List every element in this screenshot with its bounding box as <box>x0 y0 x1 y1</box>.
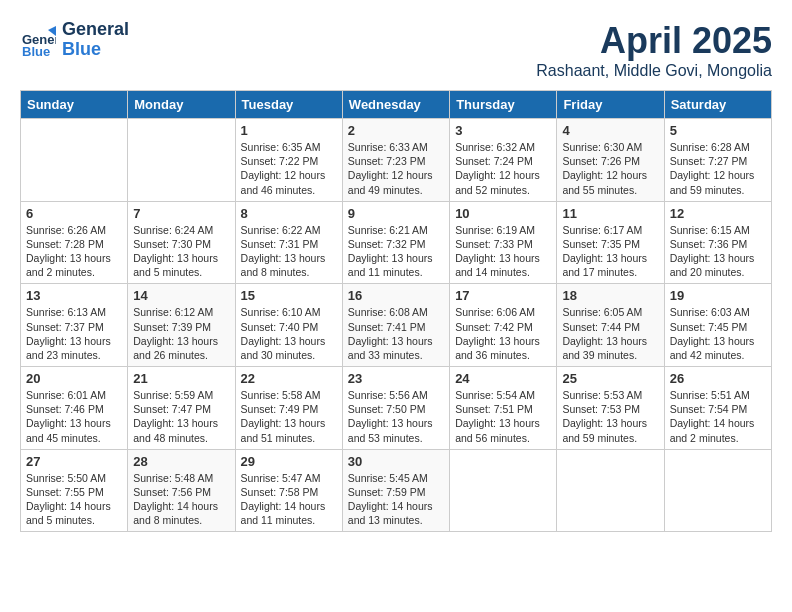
calendar-day-cell: 1Sunrise: 6:35 AM Sunset: 7:22 PM Daylig… <box>235 119 342 202</box>
calendar-day-cell: 12Sunrise: 6:15 AM Sunset: 7:36 PM Dayli… <box>664 201 771 284</box>
day-info: Sunrise: 5:50 AM Sunset: 7:55 PM Dayligh… <box>26 471 122 528</box>
calendar-day-cell: 18Sunrise: 6:05 AM Sunset: 7:44 PM Dayli… <box>557 284 664 367</box>
calendar-week-row: 6Sunrise: 6:26 AM Sunset: 7:28 PM Daylig… <box>21 201 772 284</box>
calendar-day-cell: 13Sunrise: 6:13 AM Sunset: 7:37 PM Dayli… <box>21 284 128 367</box>
day-number: 9 <box>348 206 444 221</box>
calendar-header: SundayMondayTuesdayWednesdayThursdayFrid… <box>21 91 772 119</box>
day-info: Sunrise: 6:06 AM Sunset: 7:42 PM Dayligh… <box>455 305 551 362</box>
day-number: 30 <box>348 454 444 469</box>
day-info: Sunrise: 5:51 AM Sunset: 7:54 PM Dayligh… <box>670 388 766 445</box>
calendar-day-cell <box>557 449 664 532</box>
title-area: April 2025 Rashaant, Middle Govi, Mongol… <box>536 20 772 80</box>
day-number: 23 <box>348 371 444 386</box>
day-info: Sunrise: 6:26 AM Sunset: 7:28 PM Dayligh… <box>26 223 122 280</box>
day-number: 19 <box>670 288 766 303</box>
day-info: Sunrise: 6:21 AM Sunset: 7:32 PM Dayligh… <box>348 223 444 280</box>
weekday-header: Monday <box>128 91 235 119</box>
day-number: 3 <box>455 123 551 138</box>
calendar-day-cell: 24Sunrise: 5:54 AM Sunset: 7:51 PM Dayli… <box>450 367 557 450</box>
day-number: 15 <box>241 288 337 303</box>
day-number: 10 <box>455 206 551 221</box>
day-number: 12 <box>670 206 766 221</box>
calendar-day-cell <box>21 119 128 202</box>
day-number: 21 <box>133 371 229 386</box>
calendar-day-cell: 29Sunrise: 5:47 AM Sunset: 7:58 PM Dayli… <box>235 449 342 532</box>
calendar-week-row: 1Sunrise: 6:35 AM Sunset: 7:22 PM Daylig… <box>21 119 772 202</box>
day-info: Sunrise: 6:01 AM Sunset: 7:46 PM Dayligh… <box>26 388 122 445</box>
calendar-day-cell: 20Sunrise: 6:01 AM Sunset: 7:46 PM Dayli… <box>21 367 128 450</box>
calendar-day-cell: 8Sunrise: 6:22 AM Sunset: 7:31 PM Daylig… <box>235 201 342 284</box>
month-title: April 2025 <box>536 20 772 62</box>
weekday-header: Saturday <box>664 91 771 119</box>
day-info: Sunrise: 6:28 AM Sunset: 7:27 PM Dayligh… <box>670 140 766 197</box>
calendar-table: SundayMondayTuesdayWednesdayThursdayFrid… <box>20 90 772 532</box>
day-number: 20 <box>26 371 122 386</box>
day-info: Sunrise: 6:19 AM Sunset: 7:33 PM Dayligh… <box>455 223 551 280</box>
calendar-week-row: 20Sunrise: 6:01 AM Sunset: 7:46 PM Dayli… <box>21 367 772 450</box>
day-info: Sunrise: 5:58 AM Sunset: 7:49 PM Dayligh… <box>241 388 337 445</box>
day-info: Sunrise: 6:05 AM Sunset: 7:44 PM Dayligh… <box>562 305 658 362</box>
calendar-day-cell <box>450 449 557 532</box>
day-info: Sunrise: 5:54 AM Sunset: 7:51 PM Dayligh… <box>455 388 551 445</box>
day-info: Sunrise: 5:53 AM Sunset: 7:53 PM Dayligh… <box>562 388 658 445</box>
calendar-day-cell: 17Sunrise: 6:06 AM Sunset: 7:42 PM Dayli… <box>450 284 557 367</box>
day-info: Sunrise: 5:47 AM Sunset: 7:58 PM Dayligh… <box>241 471 337 528</box>
weekday-header: Tuesday <box>235 91 342 119</box>
logo-text: General Blue <box>62 20 129 60</box>
day-info: Sunrise: 5:56 AM Sunset: 7:50 PM Dayligh… <box>348 388 444 445</box>
day-info: Sunrise: 6:03 AM Sunset: 7:45 PM Dayligh… <box>670 305 766 362</box>
calendar-day-cell: 3Sunrise: 6:32 AM Sunset: 7:24 PM Daylig… <box>450 119 557 202</box>
calendar-day-cell: 2Sunrise: 6:33 AM Sunset: 7:23 PM Daylig… <box>342 119 449 202</box>
day-number: 7 <box>133 206 229 221</box>
calendar-day-cell: 4Sunrise: 6:30 AM Sunset: 7:26 PM Daylig… <box>557 119 664 202</box>
day-info: Sunrise: 5:48 AM Sunset: 7:56 PM Dayligh… <box>133 471 229 528</box>
day-info: Sunrise: 6:22 AM Sunset: 7:31 PM Dayligh… <box>241 223 337 280</box>
calendar-day-cell <box>128 119 235 202</box>
day-info: Sunrise: 6:30 AM Sunset: 7:26 PM Dayligh… <box>562 140 658 197</box>
calendar-day-cell: 22Sunrise: 5:58 AM Sunset: 7:49 PM Dayli… <box>235 367 342 450</box>
day-number: 18 <box>562 288 658 303</box>
weekday-header: Wednesday <box>342 91 449 119</box>
day-number: 16 <box>348 288 444 303</box>
day-info: Sunrise: 5:45 AM Sunset: 7:59 PM Dayligh… <box>348 471 444 528</box>
day-info: Sunrise: 6:08 AM Sunset: 7:41 PM Dayligh… <box>348 305 444 362</box>
logo-icon: General Blue <box>20 22 56 58</box>
calendar-day-cell: 14Sunrise: 6:12 AM Sunset: 7:39 PM Dayli… <box>128 284 235 367</box>
calendar-day-cell: 10Sunrise: 6:19 AM Sunset: 7:33 PM Dayli… <box>450 201 557 284</box>
logo-line1: General <box>62 20 129 40</box>
weekday-header: Sunday <box>21 91 128 119</box>
calendar-day-cell: 5Sunrise: 6:28 AM Sunset: 7:27 PM Daylig… <box>664 119 771 202</box>
day-info: Sunrise: 5:59 AM Sunset: 7:47 PM Dayligh… <box>133 388 229 445</box>
day-number: 26 <box>670 371 766 386</box>
calendar-day-cell: 30Sunrise: 5:45 AM Sunset: 7:59 PM Dayli… <box>342 449 449 532</box>
calendar-week-row: 27Sunrise: 5:50 AM Sunset: 7:55 PM Dayli… <box>21 449 772 532</box>
day-info: Sunrise: 6:10 AM Sunset: 7:40 PM Dayligh… <box>241 305 337 362</box>
day-number: 4 <box>562 123 658 138</box>
day-number: 2 <box>348 123 444 138</box>
page-header: General Blue General Blue April 2025 Ras… <box>20 20 772 80</box>
calendar-day-cell: 28Sunrise: 5:48 AM Sunset: 7:56 PM Dayli… <box>128 449 235 532</box>
calendar-day-cell: 7Sunrise: 6:24 AM Sunset: 7:30 PM Daylig… <box>128 201 235 284</box>
calendar-day-cell: 11Sunrise: 6:17 AM Sunset: 7:35 PM Dayli… <box>557 201 664 284</box>
calendar-day-cell: 25Sunrise: 5:53 AM Sunset: 7:53 PM Dayli… <box>557 367 664 450</box>
day-number: 25 <box>562 371 658 386</box>
weekday-header-row: SundayMondayTuesdayWednesdayThursdayFrid… <box>21 91 772 119</box>
logo: General Blue General Blue <box>20 20 129 60</box>
day-info: Sunrise: 6:24 AM Sunset: 7:30 PM Dayligh… <box>133 223 229 280</box>
calendar-day-cell: 26Sunrise: 5:51 AM Sunset: 7:54 PM Dayli… <box>664 367 771 450</box>
day-info: Sunrise: 6:35 AM Sunset: 7:22 PM Dayligh… <box>241 140 337 197</box>
day-number: 27 <box>26 454 122 469</box>
day-number: 29 <box>241 454 337 469</box>
day-info: Sunrise: 6:13 AM Sunset: 7:37 PM Dayligh… <box>26 305 122 362</box>
calendar-day-cell: 9Sunrise: 6:21 AM Sunset: 7:32 PM Daylig… <box>342 201 449 284</box>
day-number: 14 <box>133 288 229 303</box>
day-number: 22 <box>241 371 337 386</box>
day-number: 5 <box>670 123 766 138</box>
day-number: 13 <box>26 288 122 303</box>
day-number: 8 <box>241 206 337 221</box>
day-number: 17 <box>455 288 551 303</box>
day-number: 24 <box>455 371 551 386</box>
weekday-header: Thursday <box>450 91 557 119</box>
logo-line2: Blue <box>62 40 129 60</box>
calendar-day-cell: 21Sunrise: 5:59 AM Sunset: 7:47 PM Dayli… <box>128 367 235 450</box>
